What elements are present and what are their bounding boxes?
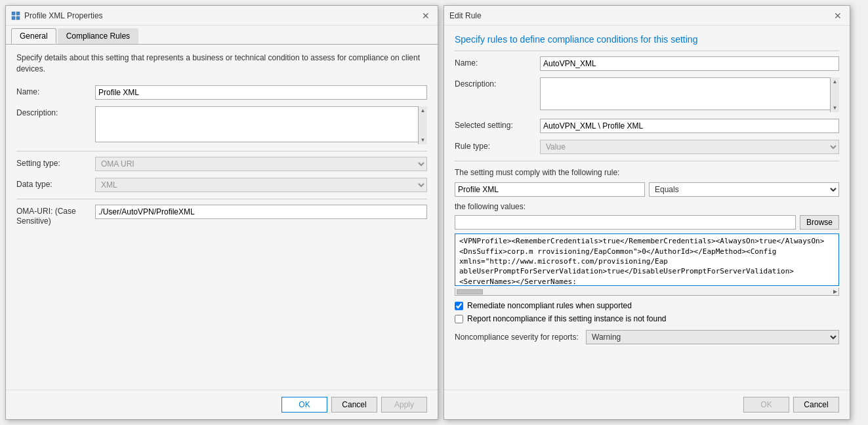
profile-xml-dialog: Profile XML Properties ✕ General Complia… (5, 5, 438, 420)
apply-button[interactable]: Apply (381, 397, 427, 413)
rule-name-input[interactable] (540, 56, 839, 71)
following-values-label: the following values: (455, 202, 839, 211)
report-checkbox-row: Report noncompliance if this setting ins… (455, 314, 839, 323)
right-dialog-close-button[interactable]: ✕ (831, 9, 844, 22)
condition-operator-select[interactable]: Equals Not equal to Greater than Less th… (649, 182, 839, 197)
setting-type-row: Setting type: OMA URI (16, 157, 427, 171)
scroll-down-arrow: ▼ (421, 137, 426, 143)
remediate-label: Remediate noncompliant rules when suppor… (467, 301, 632, 310)
rule-type-row: Rule type: Value (455, 140, 839, 154)
left-dialog-footer: OK Cancel Apply (6, 390, 438, 419)
remediate-checkbox-row: Remediate noncompliant rules when suppor… (455, 301, 839, 310)
data-type-row: Data type: XML (16, 178, 427, 192)
setting-type-label: Setting type: (16, 157, 95, 168)
left-dialog-title-bar: Profile XML Properties ✕ (6, 6, 438, 26)
right-close-icon: ✕ (834, 10, 842, 21)
selected-setting-label: Selected setting: (455, 119, 540, 130)
condition-row: Equals Not equal to Greater than Less th… (455, 182, 839, 197)
description-row: Description: ▲ ▼ (16, 106, 427, 144)
name-input[interactable] (95, 85, 427, 100)
title-bar-left: Profile XML Properties (11, 11, 103, 20)
right-ok-button[interactable]: OK (743, 397, 789, 413)
left-dialog-title: Profile XML Properties (24, 11, 103, 20)
separator-1 (16, 151, 427, 152)
edit-rule-dialog: Edit Rule ✕ Specify rules to define comp… (444, 5, 850, 420)
compliance-intro: The setting must comply with the followi… (455, 168, 839, 177)
left-dialog-close-button[interactable]: ✕ (419, 9, 432, 22)
rule-separator (455, 161, 839, 161)
setting-type-select[interactable]: OMA URI (95, 157, 427, 171)
name-control (95, 85, 427, 100)
right-dialog-footer: OK Cancel (444, 390, 850, 419)
rule-type-control: Value (540, 140, 839, 154)
oma-uri-row: OMA-URI: (Case Sensitive) (16, 205, 427, 227)
severity-select[interactable]: Warning Critical Informational (586, 330, 839, 344)
close-icon: ✕ (422, 10, 430, 21)
cancel-button[interactable]: Cancel (331, 397, 377, 413)
data-type-label: Data type: (16, 178, 95, 189)
svg-rect-1 (16, 12, 20, 15)
rule-description-row: Description: ▲ ▼ (455, 77, 839, 112)
description-control: ▲ ▼ (95, 106, 427, 144)
scroll-up-arrow: ▲ (421, 108, 426, 113)
scroll-thumb (457, 289, 483, 294)
rule-form: Name: Description: ▲ ▼ Selected setting: (444, 51, 850, 390)
edit-rule-heading: Specify rules to define compliance condi… (444, 26, 850, 51)
data-type-select[interactable]: XML (95, 178, 427, 192)
left-dialog-content: Specify details about this setting that … (6, 45, 438, 390)
rule-scroll-up: ▲ (833, 79, 838, 85)
oma-uri-input[interactable] (95, 205, 427, 219)
rule-type-select[interactable]: Value (540, 140, 839, 154)
left-dialog-description: Specify details about this setting that … (16, 52, 427, 75)
severity-label: Noncompliance severity for reports: (455, 333, 586, 342)
svg-rect-3 (16, 16, 20, 20)
rule-description-textarea[interactable] (540, 77, 839, 110)
severity-row: Noncompliance severity for reports: Warn… (455, 330, 839, 344)
oma-uri-label: OMA-URI: (Case Sensitive) (16, 205, 95, 227)
setting-type-control: OMA URI (95, 157, 427, 171)
left-dialog-tabs: General Compliance Rules (6, 26, 438, 45)
rule-name-row: Name: (455, 56, 839, 71)
right-dialog-title-bar: Edit Rule ✕ (444, 6, 850, 26)
selected-setting-input[interactable] (540, 119, 839, 133)
description-label: Description: (16, 106, 95, 117)
tab-general[interactable]: General (11, 28, 56, 44)
data-type-control: XML (95, 178, 427, 192)
browse-button[interactable]: Browse (800, 215, 839, 230)
rule-description-label: Description: (455, 77, 540, 89)
selected-setting-row: Selected setting: (455, 119, 839, 133)
oma-uri-control (95, 205, 427, 219)
name-row: Name: (16, 85, 427, 100)
rule-type-label: Rule type: (455, 140, 540, 151)
xml-content-textarea[interactable] (455, 233, 839, 286)
remediate-checkbox[interactable] (455, 302, 463, 310)
right-cancel-button[interactable]: Cancel (793, 397, 839, 413)
ok-button[interactable]: OK (281, 397, 327, 413)
name-label: Name: (16, 85, 95, 96)
tab-compliance-rules[interactable]: Compliance Rules (58, 28, 138, 44)
rule-name-control (540, 56, 839, 71)
xml-horizontal-scrollbar[interactable]: ▶ (455, 288, 839, 296)
svg-rect-0 (12, 12, 15, 15)
dialog-icon (11, 11, 20, 20)
rule-scroll-down: ▼ (833, 105, 838, 111)
selected-setting-control (540, 119, 839, 133)
rule-name-label: Name: (455, 56, 540, 68)
condition-left-input[interactable] (455, 182, 645, 197)
browse-row: Browse (455, 215, 839, 230)
separator-2 (16, 199, 427, 199)
report-label: Report noncompliance if this setting ins… (467, 314, 667, 323)
description-textarea[interactable] (95, 106, 427, 142)
browse-input[interactable] (455, 215, 796, 230)
rule-description-control: ▲ ▼ (540, 77, 839, 112)
edit-rule-title-text: Edit Rule (449, 11, 482, 20)
report-checkbox[interactable] (455, 315, 463, 323)
svg-rect-2 (12, 16, 15, 20)
